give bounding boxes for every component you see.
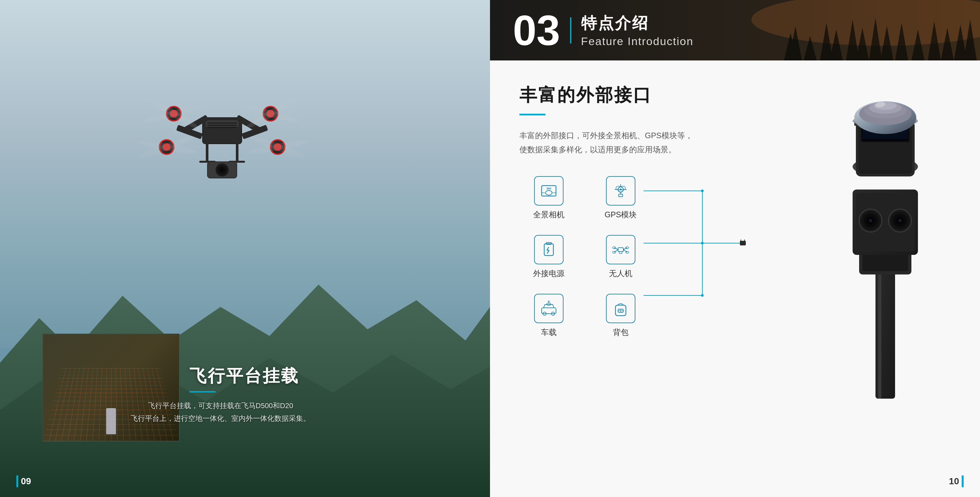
backpack-icon — [606, 294, 635, 323]
figure-silhouette — [106, 408, 116, 434]
section-accent — [519, 114, 546, 115]
gps-label: GPS模块 — [605, 209, 637, 220]
svg-rect-3 — [207, 125, 237, 126]
panorama-icon: 360 — [534, 176, 563, 205]
svg-point-24 — [249, 134, 306, 160]
svg-rect-25 — [206, 142, 208, 162]
svg-point-32 — [220, 167, 225, 172]
page-bar-right — [962, 475, 964, 487]
gps-icon — [606, 176, 635, 205]
insert-image — [43, 334, 180, 441]
svg-point-93 — [701, 242, 704, 244]
svg-rect-26 — [236, 142, 239, 162]
svg-point-113 — [898, 219, 902, 222]
svg-point-22 — [138, 134, 195, 160]
right-panel: 03 特点介绍 Feature Introduction 丰富的外部接口 丰富的… — [490, 0, 980, 497]
svg-point-18 — [147, 96, 201, 131]
header-title-zh: 特点介绍 — [581, 13, 694, 33]
backpack-label: 背包 — [613, 327, 628, 338]
page-number-right: 10 — [949, 475, 964, 487]
power-icon — [534, 235, 563, 264]
title-underline — [189, 391, 216, 392]
svg-line-66 — [547, 250, 549, 253]
section-description: 丰富的外部接口，可外接全景相机、GPS模块等，使数据采集多样化，以适用更多的应用… — [519, 128, 715, 156]
feature-power: 外接电源 — [519, 235, 578, 287]
connector-lines — [644, 176, 758, 333]
svg-point-52 — [546, 191, 552, 195]
panorama-label: 全景相机 — [533, 209, 565, 220]
svg-rect-95 — [740, 241, 746, 245]
header-title-en: Feature Introduction — [581, 35, 694, 48]
feature-backpack: 背包 — [591, 294, 650, 346]
drone-icon — [606, 235, 635, 264]
car-icon — [534, 294, 563, 323]
svg-rect-77 — [542, 308, 556, 314]
header-number: 03 — [513, 9, 560, 52]
page-bar-left — [16, 475, 18, 487]
header-text-block: 特点介绍 Feature Introduction — [581, 13, 694, 48]
svg-point-94 — [701, 294, 704, 297]
svg-rect-67 — [618, 248, 623, 252]
svg-rect-61 — [619, 194, 623, 197]
svg-rect-4 — [207, 127, 237, 128]
feature-gps: GPS模块 — [591, 176, 650, 228]
svg-text:360: 360 — [546, 187, 551, 190]
drone-image — [26, 20, 418, 248]
device-image — [810, 39, 980, 399]
svg-line-64 — [547, 247, 549, 250]
car-label: 车载 — [541, 327, 557, 338]
header-divider — [570, 18, 571, 43]
feature-car: 车载 — [519, 294, 578, 346]
feature-drone: 无人机 — [591, 235, 650, 287]
left-description: 飞行平台挂载，可支持挂载在飞马D500和D20 飞行平台上，进行空地一体化、室内… — [130, 399, 310, 425]
svg-rect-2 — [207, 123, 237, 124]
left-panel: 飞行平台挂载 飞行平台挂载，可支持挂载在飞马D500和D20 飞行平台上，进行空… — [0, 0, 490, 497]
left-title: 飞行平台挂载 — [189, 365, 299, 387]
drone-label: 无人机 — [609, 268, 632, 279]
svg-point-82 — [548, 301, 549, 302]
power-label: 外接电源 — [533, 268, 565, 279]
features-grid: 360 全景相机 — [519, 176, 650, 346]
svg-point-108 — [869, 219, 872, 222]
svg-point-92 — [701, 190, 704, 192]
svg-rect-62 — [544, 244, 554, 255]
svg-point-20 — [243, 96, 298, 131]
svg-line-70 — [614, 250, 618, 252]
svg-line-71 — [623, 250, 627, 252]
page-number-left: 09 — [16, 475, 31, 487]
feature-panorama: 360 全景相机 — [519, 176, 578, 228]
svg-rect-99 — [878, 268, 881, 399]
